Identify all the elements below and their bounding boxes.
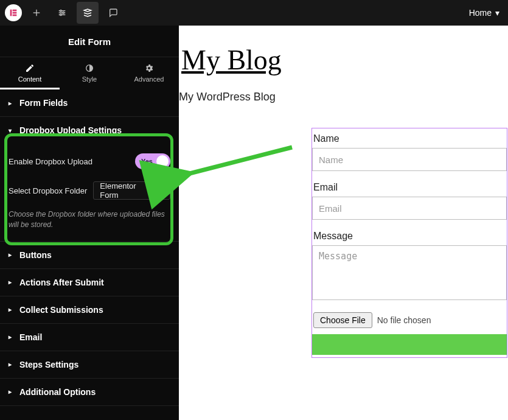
chevron-down-icon: ▾	[9, 127, 15, 134]
section-email: ▸ Email	[0, 324, 179, 351]
section-additional-options: ▸ Additional Options	[0, 379, 179, 406]
add-element-button[interactable]	[26, 2, 47, 24]
section-buttons-header[interactable]: ▸ Buttons	[0, 242, 179, 268]
enable-dropbox-toggle[interactable]: Yes	[135, 153, 170, 169]
file-status: No file chosen	[377, 315, 431, 325]
sections-list: ▸ Form Fields ▾ Dropbox Upload Settings …	[0, 89, 179, 420]
elementor-logo[interactable]	[5, 4, 22, 21]
section-dropbox-label: Dropbox Upload Settings	[19, 125, 122, 135]
tab-content-label: Content	[18, 75, 42, 83]
chevron-right-icon: ▸	[9, 361, 15, 368]
tab-style-label: Style	[82, 75, 97, 83]
chevron-down-icon: ▼	[159, 187, 165, 194]
chevron-down-icon: ▾	[495, 8, 499, 18]
svg-point-10	[63, 12, 64, 14]
home-label: Home	[469, 8, 492, 18]
tab-content[interactable]: Content	[0, 57, 60, 89]
section-steps-settings: ▸ Steps Settings	[0, 351, 179, 379]
chevron-right-icon: ▸	[9, 334, 15, 340]
section-form-fields-header[interactable]: ▸ Form Fields	[0, 89, 179, 116]
section-additional-options-label: Additional Options	[19, 387, 96, 397]
home-menu[interactable]: Home ▾	[469, 0, 499, 26]
section-dropbox-body: Enable Dropbox Upload Yes Select Dropbox…	[0, 144, 179, 241]
section-additional-options-header[interactable]: ▸ Additional Options	[0, 379, 179, 405]
section-collect-submissions-label: Collect Submissions	[19, 305, 103, 315]
email-label: Email	[313, 182, 507, 193]
preview-canvas: My Blog My WordPress Blog Name Email Mes…	[179, 26, 508, 420]
toggle-text: Yes	[141, 158, 153, 165]
choose-file-button[interactable]: Choose File	[313, 312, 372, 328]
name-input[interactable]	[312, 148, 507, 171]
section-actions-after-submit: ▸ Actions After Submit	[0, 269, 179, 296]
tab-style[interactable]: Style	[60, 57, 119, 89]
svg-rect-1	[13, 10, 17, 12]
site-title[interactable]: My Blog	[181, 44, 508, 76]
section-dropbox: ▾ Dropbox Upload Settings Enable Dropbox…	[0, 117, 179, 242]
toggle-knob	[156, 155, 169, 167]
section-buttons-label: Buttons	[19, 250, 52, 260]
section-actions-after-submit-label: Actions After Submit	[19, 278, 104, 287]
panel-title: Edit Form	[0, 26, 179, 57]
section-collect-submissions: ▸ Collect Submissions	[0, 296, 179, 324]
email-input[interactable]	[312, 197, 507, 220]
chevron-right-icon: ▸	[9, 100, 15, 107]
svg-rect-0	[10, 10, 12, 16]
comments-button[interactable]	[102, 2, 124, 24]
name-label: Name	[313, 133, 507, 144]
tab-advanced[interactable]: Advanced	[119, 57, 179, 89]
svg-point-9	[60, 10, 62, 12]
section-email-label: Email	[19, 332, 42, 342]
structure-button[interactable]	[77, 2, 99, 24]
dropbox-folder-value: Elementor Form	[100, 181, 153, 200]
section-buttons: ▸ Buttons	[0, 242, 179, 269]
svg-point-11	[60, 14, 62, 16]
tagline: My WordPress Blog	[179, 91, 508, 103]
svg-rect-3	[13, 15, 17, 16]
settings-button[interactable]	[51, 2, 73, 24]
section-form-fields-label: Form Fields	[19, 98, 68, 108]
chevron-right-icon: ▸	[9, 306, 15, 313]
section-email-header[interactable]: ▸ Email	[0, 324, 179, 351]
section-steps-settings-header[interactable]: ▸ Steps Settings	[0, 351, 179, 378]
dropbox-folder-select[interactable]: Elementor Form ▼	[93, 181, 170, 200]
app-topbar: Home ▾	[0, 0, 508, 26]
form-widget[interactable]: Name Email Message Choose File No file c…	[311, 128, 507, 358]
section-steps-settings-label: Steps Settings	[19, 360, 78, 369]
section-actions-after-submit-header[interactable]: ▸ Actions After Submit	[0, 269, 179, 296]
editor-sidebar: Edit Form Content Style Advanced ▸ Form …	[0, 26, 179, 420]
tab-advanced-label: Advanced	[134, 75, 164, 83]
chevron-right-icon: ▸	[9, 388, 15, 395]
chevron-right-icon: ▸	[9, 251, 15, 258]
section-collect-submissions-header[interactable]: ▸ Collect Submissions	[0, 296, 179, 323]
submit-button[interactable]	[312, 334, 507, 355]
dropbox-help-text: Choose the Dropbox folder where uploaded…	[9, 206, 170, 230]
message-label: Message	[313, 231, 507, 242]
select-folder-label: Select Dropbox Folder	[9, 186, 87, 195]
chevron-right-icon: ▸	[9, 279, 15, 285]
svg-rect-2	[13, 12, 17, 14]
section-dropbox-header[interactable]: ▾ Dropbox Upload Settings	[0, 117, 179, 144]
section-form-fields: ▸ Form Fields	[0, 89, 179, 117]
enable-dropbox-label: Enable Dropbox Upload	[9, 157, 92, 166]
message-input[interactable]	[312, 245, 507, 300]
panel-tabs: Content Style Advanced	[0, 57, 179, 89]
